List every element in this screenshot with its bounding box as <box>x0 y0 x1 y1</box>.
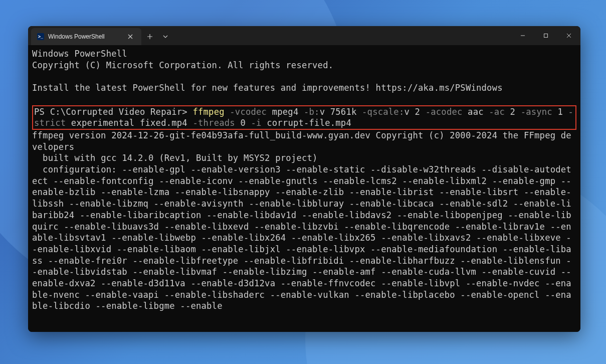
terminal-output[interactable]: Windows PowerShell Copyright (C) Microso… <box>28 45 580 332</box>
terminal-window: >_ Windows PowerShell Windows PowerShell… <box>28 26 580 332</box>
maximize-button[interactable] <box>534 26 557 45</box>
tab-powershell[interactable]: >_ Windows PowerShell <box>31 28 141 45</box>
sp <box>420 107 426 117</box>
tab-title: Windows PowerShell <box>48 33 105 40</box>
arg-corrupt-file: corrupt-file.mp4 <box>262 118 351 128</box>
close-tab-button[interactable] <box>125 32 135 42</box>
titlebar-drag-area[interactable] <box>172 26 511 45</box>
arg-v: v <box>320 107 330 117</box>
opt-threads: -threads <box>192 118 235 128</box>
minimize-icon <box>520 33 525 38</box>
num-2b: 2 <box>510 107 516 117</box>
sp <box>563 107 568 117</box>
opt-vcodec: -vcodec <box>230 107 267 117</box>
maximize-icon <box>543 33 548 38</box>
opt-i: -i <box>251 118 262 128</box>
opt-qscale: -qscale: <box>362 107 404 117</box>
opt-ac: -ac <box>489 107 505 117</box>
titlebar[interactable]: >_ Windows PowerShell <box>28 26 580 45</box>
sp <box>357 107 362 117</box>
new-tab-button[interactable] <box>141 28 158 45</box>
arg-experimental: experimental fixed.mp4 <box>66 118 192 128</box>
arg-mpeg4: mpeg4 <box>267 107 304 117</box>
arg-v2: v <box>404 107 415 117</box>
svg-rect-0 <box>544 34 548 38</box>
sp <box>505 107 510 117</box>
tab-dropdown-button[interactable] <box>158 28 172 45</box>
sp <box>246 118 251 128</box>
ffmpeg-command: ffmpeg <box>192 107 224 117</box>
close-icon <box>128 34 133 39</box>
ps-header-line: Windows PowerShell <box>32 49 127 59</box>
sp <box>552 107 558 117</box>
opt-acodec: -acodec <box>426 107 463 117</box>
powershell-icon: >_ <box>37 33 44 40</box>
window-controls <box>511 26 580 45</box>
ffmpeg-config-line: configuration: --enable-gpl --enable-ver… <box>32 164 571 311</box>
plus-icon <box>147 34 153 40</box>
close-window-button[interactable] <box>557 26 580 45</box>
sp <box>515 107 521 117</box>
opt-b: -b: <box>304 107 320 117</box>
num-7561k: 7561k <box>330 107 357 117</box>
num-1: 1 <box>557 107 563 117</box>
num-2: 2 <box>415 107 421 117</box>
sp <box>235 118 241 128</box>
chevron-down-icon <box>163 35 168 38</box>
copyright-line: Copyright (C) Microsoft Corporation. All… <box>32 60 333 70</box>
num-0: 0 <box>240 118 246 128</box>
arg-aac: aac <box>463 107 489 117</box>
install-message: Install the latest PowerShell for new fe… <box>32 83 503 93</box>
minimize-button[interactable] <box>511 26 534 45</box>
opt-async: -async <box>521 107 552 117</box>
prompt: PS C:\Corrupted Video Repair> <box>34 107 192 117</box>
ffmpeg-version-line: ffmpeg version 2024-12-26-git-fe04b93afa… <box>32 130 571 152</box>
close-icon <box>566 33 571 38</box>
highlighted-command: PS C:\Corrupted Video Repair> ffmpeg -vc… <box>32 105 576 130</box>
ffmpeg-built-line: built with gcc 14.2.0 (Rev1, Built by MS… <box>32 153 318 163</box>
